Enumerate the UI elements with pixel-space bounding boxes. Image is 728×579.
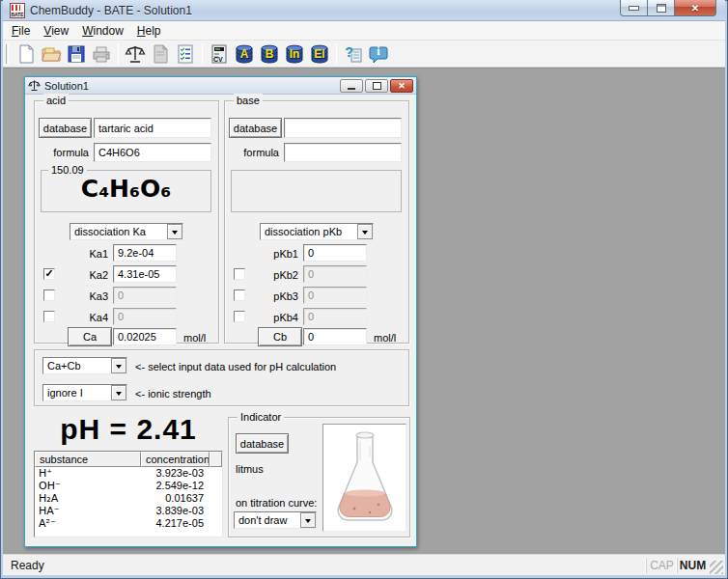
table-row: A²⁻ 4.217e-05 xyxy=(35,517,222,530)
chevron-down-icon[interactable] xyxy=(167,224,182,239)
acid-group: acid database tartaric acid formula C4H6… xyxy=(34,100,219,344)
indicator-database-lookup-button[interactable]: database xyxy=(236,433,289,454)
concentration-cell: 3.923e-03 xyxy=(141,467,206,480)
solution-minimize-button[interactable] xyxy=(340,79,363,93)
titration-curve-select[interactable]: don't draw xyxy=(234,511,317,529)
chevron-down-icon[interactable] xyxy=(300,512,316,528)
equilibrium-button[interactable] xyxy=(124,42,147,66)
close-button[interactable] xyxy=(674,0,716,16)
toolbar-grip xyxy=(6,44,9,64)
solution-title-bar[interactable]: Solution1 xyxy=(25,77,416,95)
about-button[interactable] xyxy=(367,42,390,66)
concentration-cell: 0.01637 xyxy=(141,492,206,505)
input-data-value: Ca+Cb xyxy=(47,360,81,372)
acid-name-input[interactable]: tartaric acid xyxy=(94,118,211,138)
cb-input[interactable]: 0 xyxy=(303,328,367,345)
indicator-database-button[interactable]: In xyxy=(283,42,306,66)
cb-button-label: Cb xyxy=(273,331,287,343)
base-database-lookup-button[interactable]: database xyxy=(229,118,282,138)
calculator-button[interactable]: CV xyxy=(208,42,231,66)
ca-input[interactable]: 0.02025 xyxy=(113,328,177,345)
solution-body: acid database tartaric acid formula C4H6… xyxy=(25,95,416,546)
indicator-name: litmus xyxy=(236,462,264,476)
pkb1-value: 0 xyxy=(308,247,314,259)
base-dissociation-value: dissociation pKb xyxy=(265,226,342,237)
num-lock-indicator: NUM xyxy=(677,558,708,573)
title-bar: BATE ChemBuddy - BATE - Solution1 xyxy=(3,0,725,21)
print-button[interactable] xyxy=(90,42,113,66)
ka2-checkbox[interactable] xyxy=(43,268,55,280)
pkb4-value: 0 xyxy=(308,311,314,322)
ionic-strength-select[interactable]: ignore I xyxy=(42,384,127,401)
ka2-value: 4.31e-05 xyxy=(118,268,159,280)
ka1-value: 9.2e-04 xyxy=(118,247,154,259)
status-message: Ready xyxy=(3,559,646,572)
base-group: base database formula dissociation pKb xyxy=(224,100,409,344)
pkb3-value: 0 xyxy=(308,290,314,301)
acid-database-lookup-button[interactable]: database xyxy=(39,118,92,138)
acid-formula-rendered: C₄H₆O₆ xyxy=(42,175,210,203)
solution-maximize-button[interactable] xyxy=(365,79,388,93)
ka2-input[interactable]: 4.31e-05 xyxy=(113,265,177,283)
menu-view[interactable]: View xyxy=(37,22,75,40)
pkb3-input[interactable]: 0 xyxy=(303,287,367,304)
pkb2-input[interactable]: 0 xyxy=(303,265,367,283)
inactive-document-button[interactable] xyxy=(149,42,172,66)
solution-window: Solution1 acid database tartaric acid xyxy=(24,76,417,547)
app-icon-label: BATE xyxy=(11,12,24,17)
pkb4-input[interactable]: 0 xyxy=(303,308,367,325)
chevron-down-icon[interactable] xyxy=(111,385,126,400)
toolbar-separator xyxy=(202,43,203,65)
concentration-cell: 2.549e-12 xyxy=(141,480,206,492)
pkb1-input[interactable]: 0 xyxy=(303,244,367,262)
ka3-checkbox[interactable] xyxy=(43,290,55,301)
help-button[interactable] xyxy=(342,42,365,66)
menu-file[interactable]: File xyxy=(5,22,37,40)
new-document-button[interactable] xyxy=(14,42,38,66)
input-data-select[interactable]: Ca+Cb xyxy=(42,357,127,374)
concentration-table[interactable]: substance concentration H⁺ 3.923e-03 OH⁻… xyxy=(34,451,223,538)
printer-icon xyxy=(91,43,112,65)
chevron-down-icon[interactable] xyxy=(111,358,126,373)
resize-grip[interactable] xyxy=(710,561,723,574)
pkb2-checkbox[interactable] xyxy=(234,268,245,280)
base-formula-display xyxy=(231,170,402,212)
acid-formula-display: 150.09 C₄H₆O₆ xyxy=(41,170,211,212)
ca-button[interactable]: Ca xyxy=(68,327,112,346)
ka1-input[interactable]: 9.2e-04 xyxy=(113,244,177,262)
ka4-input[interactable]: 0 xyxy=(113,308,177,325)
chevron-down-icon[interactable] xyxy=(357,224,373,239)
app-icon-pattern xyxy=(12,5,20,11)
acid-dissociation-select[interactable]: dissociation Ka xyxy=(70,223,183,240)
base-dissociation-select[interactable]: dissociation pKb xyxy=(260,223,374,240)
solution-close-button[interactable] xyxy=(390,79,413,93)
pkb2-label: pKb2 xyxy=(260,268,298,282)
calculator-cv-label: CV xyxy=(213,56,223,63)
acid-database-button[interactable]: A xyxy=(233,42,256,66)
acid-database-button-label: database xyxy=(43,123,87,134)
base-database-button[interactable]: B xyxy=(258,42,281,66)
elements-database-button[interactable]: El xyxy=(308,42,331,66)
base-db-letter: B xyxy=(258,47,281,61)
ka4-checkbox[interactable] xyxy=(43,311,55,322)
save-floppy-icon xyxy=(66,43,87,65)
menu-window[interactable]: Window xyxy=(75,22,130,40)
pkb3-checkbox[interactable] xyxy=(234,290,245,301)
column-substance[interactable]: substance xyxy=(35,452,141,467)
pkb4-checkbox[interactable] xyxy=(234,311,245,322)
open-file-button[interactable] xyxy=(40,42,63,66)
concentration-cell: 4.217e-05 xyxy=(141,517,206,530)
menu-help[interactable]: Help xyxy=(130,22,168,40)
maximize-button[interactable] xyxy=(648,0,674,16)
base-formula-input[interactable] xyxy=(284,143,402,162)
base-group-label: base xyxy=(234,94,263,107)
report-button[interactable] xyxy=(174,42,197,66)
base-name-input[interactable] xyxy=(284,118,402,138)
save-button[interactable] xyxy=(65,42,88,66)
cb-button[interactable]: Cb xyxy=(258,327,302,346)
minimize-button[interactable] xyxy=(620,0,648,16)
titration-curve-label: on titration curve: xyxy=(236,496,317,510)
acid-formula-input[interactable]: C4H6O6 xyxy=(94,143,211,162)
ka3-input[interactable]: 0 xyxy=(113,287,177,304)
column-concentration[interactable]: concentration xyxy=(141,452,210,467)
